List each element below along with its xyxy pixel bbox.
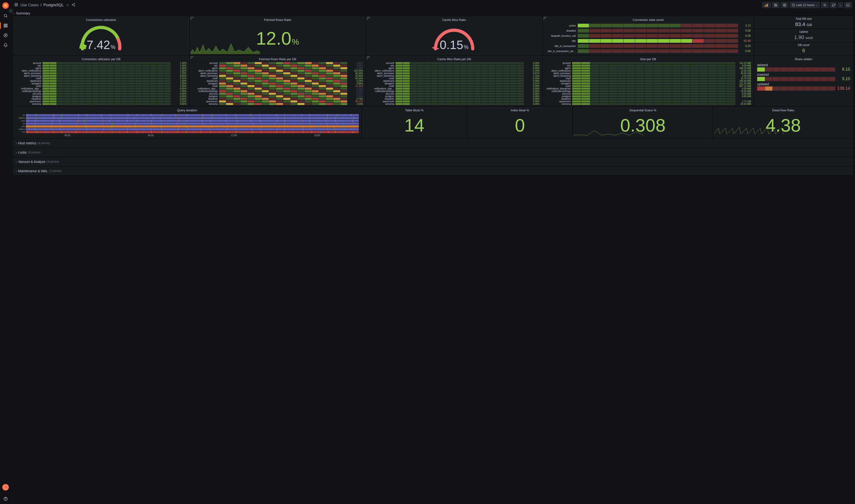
perdb-row: adc0.00% bbox=[369, 65, 540, 67]
kiosk-button[interactable] bbox=[844, 2, 852, 8]
row-toggle[interactable]: ›Locks (4 panels) bbox=[14, 149, 852, 156]
perdb-row: alarm_streaming3.16% bbox=[369, 75, 540, 77]
panel-query-duration[interactable]: Query duration 5s500ms2.5s1s10s100ms+Inf… bbox=[14, 107, 361, 138]
svg-point-14 bbox=[74, 3, 75, 4]
refresh-button[interactable] bbox=[830, 2, 836, 8]
panel-db-count[interactable]: DB count6 bbox=[754, 43, 853, 54]
panel-connections-utilization[interactable]: Connections utilization 7.42% bbox=[14, 17, 189, 54]
panel-table-bloat[interactable]: Table Bloat %14 bbox=[362, 107, 466, 138]
panel-total-db-size[interactable]: Total DB size83.4 GiB bbox=[754, 17, 853, 28]
perdb-row: spaceroom2.71 GiB bbox=[545, 100, 751, 103]
panel-cache-miss-ratio[interactable]: Cache Miss Ratio 0.15% bbox=[367, 17, 542, 54]
perdb-row: dashboard106.80 MiB bbox=[545, 80, 751, 82]
save-button[interactable] bbox=[772, 2, 780, 8]
rows-written-item: deleted8.15 bbox=[757, 63, 850, 72]
grafana-logo[interactable] bbox=[2, 2, 9, 9]
svg-rect-5 bbox=[4, 26, 5, 27]
panel-size-per-db[interactable]: Size per DBaccount141.63 MiBadc8.09 MiBa… bbox=[543, 56, 753, 106]
svg-rect-10 bbox=[15, 3, 16, 4]
svg-point-0 bbox=[4, 14, 7, 17]
panel-cache-miss-per-db[interactable]: Cache Miss Ratio per DBaccount0.00%adc0.… bbox=[367, 56, 542, 106]
perdb-row: node2.00% bbox=[16, 85, 186, 87]
perdb-row: iamagent1.00% bbox=[16, 82, 186, 85]
dashboards-icon[interactable] bbox=[3, 23, 8, 28]
svg-line-17 bbox=[73, 4, 74, 4]
perdb-row: alarm_notifications0.16% bbox=[369, 70, 540, 72]
svg-point-9 bbox=[5, 500, 6, 500]
perdb-row: agent0.00% bbox=[369, 67, 540, 70]
perdb-row: iamagent0.01% bbox=[369, 82, 540, 85]
info-icon[interactable] bbox=[190, 56, 194, 60]
barstat-row: idle_in_transaction0.25 bbox=[546, 43, 751, 49]
svg-rect-11 bbox=[17, 3, 18, 4]
panel-index-bloat[interactable]: Index bloat %0 bbox=[468, 107, 572, 138]
perdb-row: node867.12 MiB bbox=[545, 85, 751, 87]
add-panel-button[interactable]: + bbox=[762, 2, 771, 8]
row-toggle[interactable]: ›Vacuum & Analyze (4 panels) bbox=[14, 158, 852, 165]
info-icon[interactable] bbox=[367, 17, 371, 20]
search-icon[interactable] bbox=[3, 13, 8, 19]
perdb-row: notificationsettings0.00% bbox=[369, 90, 540, 92]
perdb-row: node11.35% bbox=[192, 85, 363, 87]
svg-line-1 bbox=[6, 17, 7, 17]
breadcrumb-root[interactable]: Use Cases bbox=[20, 3, 39, 7]
perdb-row: agent0.00% bbox=[192, 67, 363, 70]
qd-lane: 5s bbox=[16, 114, 359, 116]
perdb-row: node0.00% bbox=[369, 85, 540, 87]
info-icon[interactable] bbox=[367, 56, 371, 60]
perdb-row: percona0.00% bbox=[192, 92, 363, 95]
panel-connection-state-count[interactable]: Connection state count active2.13disable… bbox=[543, 17, 753, 54]
svg-line-26 bbox=[825, 5, 826, 6]
star-icon[interactable]: ☆ bbox=[66, 3, 69, 7]
perdb-row: account141.63 MiB bbox=[545, 62, 751, 65]
svg-rect-2 bbox=[4, 24, 5, 25]
perdb-row: iamagent3.06% bbox=[192, 82, 363, 85]
panel-dead-row-ratio[interactable]: Dead Row Ratio4.38 bbox=[714, 107, 853, 138]
qd-lane: 10s bbox=[16, 125, 359, 128]
panel-fetched-rows-ratio[interactable]: Fetched Rows Ratio 12.0% bbox=[190, 17, 365, 54]
help-icon[interactable] bbox=[3, 496, 8, 502]
panel-conn-util-per-db[interactable]: Connection utilization per DBaccount1.00… bbox=[14, 56, 189, 106]
perdb-row: percona0.00% bbox=[369, 92, 540, 95]
share-icon[interactable] bbox=[72, 3, 75, 7]
topbar: Use Cases / PostgreSQL ☆ + Last 12 hours… bbox=[11, 0, 855, 10]
perdb-row: rdsadmin0.00% bbox=[16, 97, 186, 100]
perdb-row: account0.60% bbox=[192, 62, 363, 65]
svg-rect-28 bbox=[847, 4, 850, 5]
zoom-out-button[interactable] bbox=[821, 2, 829, 8]
explore-icon[interactable] bbox=[3, 33, 8, 38]
perdb-row: alarm_processor0.07% bbox=[369, 72, 540, 75]
user-avatar[interactable]: 🐙 bbox=[2, 484, 9, 490]
alerting-icon[interactable] bbox=[3, 42, 8, 48]
panel-fetched-per-db[interactable]: Fetched Rows Ratio per DBaccount0.60%adc… bbox=[190, 56, 365, 106]
svg-point-15 bbox=[72, 4, 73, 5]
svg-text:+: + bbox=[768, 3, 769, 5]
svg-point-23 bbox=[784, 5, 785, 5]
row-summary-toggle[interactable]: ›Summary bbox=[14, 10, 853, 17]
refresh-interval-picker[interactable]: ⌄ bbox=[838, 2, 843, 8]
panel-rows-written[interactable]: Rows writtendeleted8.15inserted9.10updat… bbox=[754, 56, 853, 106]
perdb-row: dashboard1.00% bbox=[16, 80, 186, 82]
apps-icon[interactable] bbox=[14, 3, 18, 7]
perdb-row: spaceroom3.32% bbox=[16, 100, 186, 103]
svg-point-16 bbox=[74, 5, 75, 6]
info-icon[interactable] bbox=[544, 17, 547, 20]
svg-rect-4 bbox=[6, 26, 7, 27]
perdb-row: adc8.09 MiB bbox=[545, 65, 751, 67]
perdb-row: alarm_processor45.62 GiB bbox=[545, 72, 751, 75]
perdb-row: alarm_processor45.36% bbox=[192, 72, 363, 75]
time-range-picker[interactable]: Last 12 hours⌄ bbox=[790, 2, 820, 8]
row-toggle[interactable]: ›Maintenance & WAL (7 panels) bbox=[14, 167, 852, 175]
info-icon[interactable] bbox=[190, 17, 194, 20]
expand-sidebar-button[interactable]: › bbox=[9, 9, 13, 13]
perdb-row: notifications_dispatcher8.09 MiB bbox=[545, 87, 751, 90]
panel-sequential-scans[interactable]: Sequential Scans %0.308 bbox=[573, 107, 712, 138]
panel-uptime[interactable]: Uptime1.90 week bbox=[754, 30, 853, 41]
row-toggle[interactable]: ›Host metrics (8 panels) bbox=[14, 140, 852, 147]
perdb-row: chart0.10% bbox=[369, 77, 540, 80]
settings-button[interactable] bbox=[781, 2, 788, 8]
svg-rect-3 bbox=[6, 24, 7, 25]
svg-rect-21 bbox=[767, 4, 768, 7]
perdb-row: rdsadmin bbox=[545, 97, 751, 100]
perdb-row: notifications_disp…0.00% bbox=[16, 87, 186, 90]
